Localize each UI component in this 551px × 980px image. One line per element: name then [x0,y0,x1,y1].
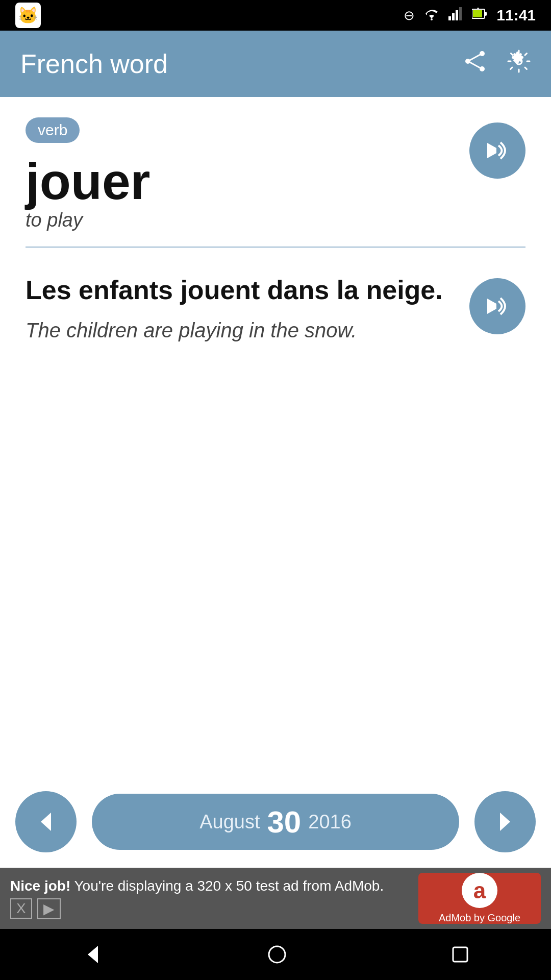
ad-play-icon[interactable]: ▶ [37,898,61,919]
svg-rect-6 [485,12,487,16]
date-button[interactable]: August 30 2016 [92,794,459,850]
settings-button[interactable] [507,50,531,79]
ad-close-icon[interactable]: X [10,898,32,919]
sentence-info: Les enfants jouent dans la neige. The ch… [26,273,469,342]
word-section: verb jouer to play [26,117,525,248]
share-button[interactable] [463,50,487,79]
wifi-icon [424,7,439,24]
status-time: 11:41 [496,7,536,24]
word-info: verb jouer to play [26,117,469,231]
admob-logo-icon: a [473,878,486,903]
sentence-sound-button[interactable] [469,278,525,334]
svg-marker-16 [41,813,51,831]
status-bar: 🐱 ⊖ 11:41 [0,0,551,31]
ad-banner: Nice job! You're displaying a 320 x 50 t… [0,868,551,929]
date-month: August [199,811,260,833]
svg-marker-17 [500,813,510,831]
app-title: French word [20,48,463,79]
svg-rect-5 [473,10,482,17]
ad-tag[interactable]: X ▶ [10,898,418,919]
battery-icon [472,7,487,24]
admob-logo-text: AdMob by Google [439,912,520,924]
app-bar: French word [0,31,551,97]
back-button[interactable] [82,944,103,965]
date-year: 2016 [308,811,352,833]
sentence-english: The children are playing in the snow. [26,319,469,342]
svg-point-8 [480,51,485,56]
admob-logo[interactable]: a AdMob by Google [418,873,541,924]
next-button[interactable] [474,791,536,852]
prev-button[interactable] [15,791,77,852]
word-french: jouer [26,153,469,209]
word-sound-button[interactable] [469,122,525,179]
mute-icon: ⊖ [404,8,415,23]
svg-rect-20 [453,947,467,962]
ad-rest: You're displaying a 320 x 50 test ad fro… [74,878,384,894]
word-badge: verb [26,117,80,143]
ad-text: Nice job! You're displaying a 320 x 50 t… [10,878,418,894]
svg-line-12 [470,62,480,68]
svg-rect-3 [459,7,462,20]
svg-line-11 [470,55,480,60]
recents-button[interactable] [451,945,469,964]
svg-rect-0 [448,16,451,20]
svg-point-10 [480,66,485,71]
signal-icon [448,7,463,24]
svg-point-9 [465,59,470,64]
main-content: verb jouer to play Les enfants jouent da… [0,97,551,776]
svg-marker-15 [487,299,496,314]
app-icon: 🐱 [15,3,41,28]
bottom-nav: August 30 2016 [0,776,551,868]
word-translation: to play [26,209,83,231]
svg-point-19 [269,946,285,963]
system-nav-bar [0,929,551,980]
svg-rect-2 [456,10,458,20]
sentence-french: Les enfants jouent dans la neige. [26,273,469,308]
svg-marker-18 [88,946,98,963]
home-button[interactable] [266,944,288,965]
sentence-section: Les enfants jouent dans la neige. The ch… [26,273,525,342]
svg-marker-14 [487,143,496,158]
ad-bold: Nice job! [10,878,70,894]
svg-rect-1 [452,13,455,20]
date-day: 30 [267,804,302,840]
